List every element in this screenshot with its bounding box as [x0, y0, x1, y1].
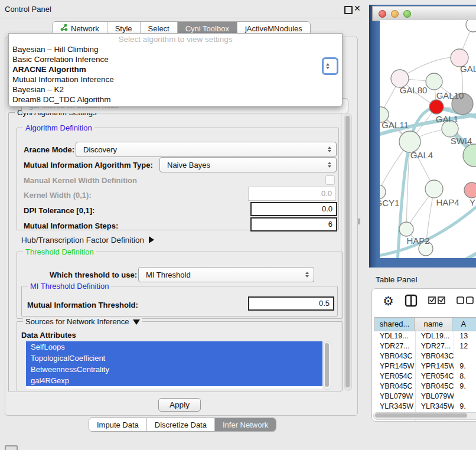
manual-kernel-checkbox[interactable] [325, 175, 335, 185]
algorithm-option[interactable]: Mutual Information Inference [9, 74, 342, 84]
splitpane-handle[interactable] [358, 219, 360, 224]
table-cell: 13 [454, 331, 476, 341]
close-panel-icon[interactable]: ✕ [354, 4, 361, 13]
checked-checkboxes-icon[interactable] [428, 296, 446, 306]
data-attributes-label: Data Attributes [21, 331, 76, 340]
tab-infer-network[interactable]: Infer Network [215, 418, 276, 431]
table-cell: YBR043C [416, 351, 455, 361]
table-cell: YLR345W [416, 402, 455, 412]
network-node-hap4[interactable] [425, 180, 443, 198]
mi-threshold-group-title: MI Threshold Definition [28, 282, 111, 291]
node-label: GAL4 [410, 150, 433, 160]
spinner-icon [328, 146, 331, 152]
node-label: GAL7 [460, 64, 476, 74]
table-row[interactable]: YER054CYER054C8. [374, 371, 476, 381]
gear-icon[interactable]: ⚙ [383, 294, 394, 308]
which-threshold-label: Which threshold to use: [50, 270, 137, 279]
window-close-button[interactable] [379, 10, 386, 18]
hub-definition-toggle[interactable]: Hub/Transcription Factor Definition [21, 236, 154, 244]
column-header-A[interactable]: A [452, 317, 476, 331]
attribute-list-item[interactable]: SelfLoops [26, 341, 322, 353]
algorithm-option[interactable]: Bayesian – Hill Climbing [9, 44, 342, 54]
threshold-definition-title: Threshold Definition [23, 247, 96, 256]
table-hscrollbar[interactable] [373, 412, 476, 420]
table-row[interactable]: YDR27...YDR27...12 [374, 341, 476, 351]
table-cell: 8. [454, 371, 476, 381]
algorithm-option[interactable]: Basic Correlation Inference [9, 54, 342, 64]
attribute-list-item[interactable]: TopologicalCoefficient [26, 353, 322, 364]
tab-discretize-data[interactable]: Discretize Data [147, 418, 215, 431]
table-row[interactable]: YDL19...YDL19...13 [374, 331, 476, 341]
tab-label: Impute Data [97, 420, 139, 429]
apply-button[interactable]: Apply [158, 398, 201, 412]
table-row[interactable]: YPR145WYPR145W9. [374, 361, 476, 371]
table-cell: YBL079W [374, 392, 416, 402]
node-label: GCY1 [380, 198, 399, 208]
table-row[interactable]: YLR345WYLR345W9. [374, 402, 476, 412]
settings-scrollbar[interactable] [344, 113, 352, 391]
attribute-list-scrollbar[interactable] [324, 341, 331, 390]
collapse-arrow-icon[interactable] [133, 319, 140, 325]
mi-steps-field[interactable]: 6 [250, 217, 337, 231]
window-minimize-button[interactable] [391, 10, 399, 18]
network-node-gal1[interactable] [429, 100, 444, 114]
network-node-gcy1[interactable] [380, 185, 386, 199]
network-node-y[interactable] [464, 182, 476, 198]
algorithm-dropdown-placeholder: Select algorithm to view settings [9, 34, 342, 44]
window-zoom-button[interactable] [403, 10, 411, 18]
algorithm-option[interactable]: Bayesian – K2 [9, 84, 342, 94]
table-cell: YER054C [374, 371, 416, 381]
table-cell: 9. [454, 381, 476, 392]
table-row[interactable]: YBR045CYBR045C9. [374, 381, 476, 392]
network-node[interactable] [466, 20, 476, 32]
table-cell [454, 351, 476, 361]
mi-type-combo[interactable]: Naive Bayes [159, 157, 337, 172]
which-threshold-combo[interactable]: MI Threshold [138, 267, 314, 282]
aracne-mode-combo[interactable]: Discovery [76, 142, 337, 157]
tab-label: Discretize Data [155, 420, 207, 429]
float-window-icon[interactable] [344, 6, 353, 14]
scrollbar-thumb[interactable] [345, 116, 350, 387]
network-node-hap2[interactable] [399, 222, 413, 236]
control-panel-titlebar: Control Panel ✕ [0, 0, 362, 18]
unchecked-checkboxes-icon[interactable] [457, 296, 474, 306]
mi-threshold-field[interactable]: 0.5 [248, 296, 334, 311]
tab-label: Select [148, 24, 169, 33]
column-header-shared[interactable]: shared... [374, 317, 415, 331]
network-node-gal10[interactable] [426, 73, 442, 90]
node-label: GAL80 [400, 85, 428, 95]
table-cell: YLR345W [374, 402, 416, 412]
node-label: GAL1 [436, 114, 458, 124]
minimized-window-icon[interactable] [5, 445, 18, 450]
aracne-mode-value: Discovery [76, 145, 328, 154]
network-window-titlebar[interactable] [372, 6, 476, 21]
tab-impute-data[interactable]: Impute Data [89, 418, 147, 431]
scrollbar-thumb[interactable] [375, 413, 467, 418]
algorithm-option[interactable]: ARACNE Algorithm [9, 64, 342, 74]
node-table[interactable]: shared...nameA YDL19...YDL19...13YDR27..… [374, 317, 476, 421]
table-cell: YPR145W [374, 361, 416, 371]
column-header-name[interactable]: name [415, 317, 452, 331]
node-label: HAP2 [406, 236, 429, 246]
data-attributes-list[interactable]: SelfLoopsTopologicalCoefficientBetweenne… [26, 341, 322, 389]
scrollbar-thumb[interactable] [325, 343, 329, 387]
table-row[interactable]: YBL079WYBL079W [374, 392, 476, 402]
attribute-list-item[interactable]: gal4RGexp [26, 375, 322, 386]
node-label: SWI4 [451, 136, 472, 146]
spinner-icon [326, 63, 330, 69]
kernel-width-field[interactable]: 0.0 [248, 187, 336, 201]
algorithm-option[interactable]: Dream8 DC_TDC Algorithm [9, 94, 342, 105]
table-cell: 9. [454, 361, 476, 371]
column-split-icon[interactable] [405, 294, 418, 309]
table-cell: YDL19... [416, 331, 455, 341]
algorithm-combo-spinner[interactable] [322, 57, 338, 75]
hub-definition-label: Hub/Transcription Factor Definition [21, 236, 144, 244]
dpi-tolerance-field[interactable]: 0.0 [250, 202, 337, 216]
network-icon [60, 24, 68, 33]
table-cell: YDR27... [416, 341, 455, 351]
table-row[interactable]: YBR043CYBR043C [374, 351, 476, 361]
attribute-list-item[interactable]: BetweennessCentrality [26, 364, 322, 375]
mi-threshold-label: Mutual Information Threshold: [27, 301, 138, 309]
network-node-gal4[interactable] [399, 131, 420, 152]
network-canvas[interactable]: GAL7GAL80GAL10GAL1GAL11SWI4GAL4GCY1HAP4Y… [380, 20, 476, 258]
